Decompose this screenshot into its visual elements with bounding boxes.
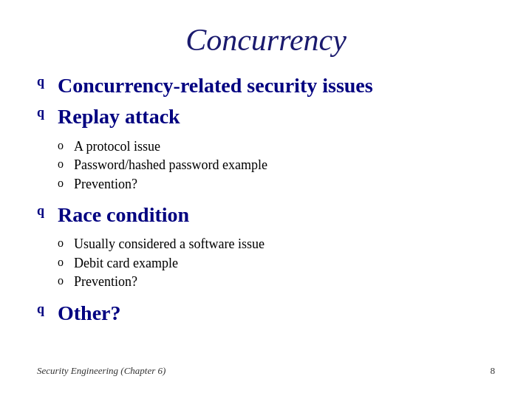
sub-text-3-2: Debit card example <box>74 255 178 272</box>
bullet-marker-4: q <box>37 301 50 317</box>
bullet-marker-1: q <box>37 74 50 89</box>
slide-title: Concurrency <box>37 22 495 58</box>
sub-text-3-3: Prevention? <box>74 273 137 290</box>
bullet-item-1: q Concurrency-related security issues <box>37 72 495 99</box>
sub-item-3-3: o Prevention? <box>58 273 495 290</box>
sub-marker-3-2: o <box>58 256 68 269</box>
footer-right: 8 <box>491 365 496 377</box>
sub-text-2-1: A protocol issue <box>74 138 160 155</box>
sub-item-3-1: o Usually considered a software issue <box>58 236 495 253</box>
sub-marker-2-1: o <box>58 139 68 152</box>
bullet-text-2: Replay attack <box>58 103 180 130</box>
footer-left: Security Engineering (Chapter 6) <box>37 365 166 377</box>
sub-text-2-3: Prevention? <box>74 176 137 193</box>
sub-text-2-2: Password/hashed password example <box>74 157 267 174</box>
bullet-text-4: Other? <box>58 300 121 327</box>
bullet-item-2: q Replay attack <box>37 103 495 130</box>
sub-items-2: o A protocol issue o Password/hashed pas… <box>58 138 495 193</box>
bullet-text-3: Race condition <box>58 202 189 228</box>
sub-item-2-3: o Prevention? <box>58 176 495 193</box>
sub-marker-2-2: o <box>58 157 68 171</box>
sub-marker-3-3: o <box>58 274 68 287</box>
bullet-marker-2: q <box>37 105 50 120</box>
sub-text-3-1: Usually considered a software issue <box>74 236 265 253</box>
sub-item-3-2: o Debit card example <box>58 255 495 272</box>
bullet-item-3: q Race condition <box>37 202 495 228</box>
bullet-marker-3: q <box>37 203 50 219</box>
slide-footer: Security Engineering (Chapter 6) 8 <box>37 358 495 377</box>
sub-item-2-1: o A protocol issue <box>58 138 495 155</box>
slide: Concurrency q Concurrency-related securi… <box>0 0 532 399</box>
slide-content: q Concurrency-related security issues q … <box>37 72 495 358</box>
bullet-item-4: q Other? <box>37 300 495 327</box>
sub-item-2-2: o Password/hashed password example <box>58 157 495 174</box>
sub-marker-2-3: o <box>58 177 68 190</box>
sub-marker-3-1: o <box>58 236 68 250</box>
sub-items-3: o Usually considered a software issue o … <box>58 236 495 290</box>
bullet-text-1: Concurrency-related security issues <box>58 72 373 99</box>
